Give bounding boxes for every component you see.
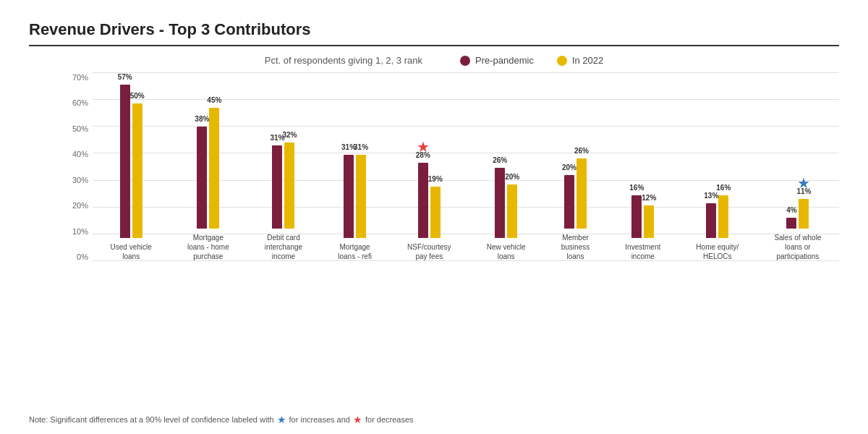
bar-pre: 26% [495, 168, 505, 238]
bar-label: Sales of wholeloans orparticipations [774, 233, 821, 261]
bar-2022: 50% [132, 103, 142, 238]
bar-pre: 31% [344, 155, 354, 238]
bar-label: NSF/courtesypay fees [407, 242, 451, 261]
bars-pair: 4%11%★ [786, 199, 809, 229]
bar-group: 20%26%Memberbusinessloans [561, 158, 590, 261]
bar-group: 57%50%Used vehicleloans [111, 85, 152, 261]
legend-pre-pandemic: Pre-pandemic [460, 55, 534, 66]
bar-label: Mortgageloans - refi [338, 242, 372, 261]
bar-2022-value: 32% [282, 131, 297, 139]
bar-2022-value: 45% [207, 96, 221, 104]
bar-group: 38%45%Mortgageloans - homepurchase [187, 108, 229, 261]
bars-pair: 26%20% [495, 168, 517, 238]
bar-label: Used vehicleloans [111, 242, 152, 261]
y-axis-label: 20% [65, 201, 93, 210]
bar-pre-value: 20% [562, 163, 576, 171]
note-star-decrease-icon: ★ [353, 414, 362, 425]
bar-2022: 32% [284, 142, 294, 229]
bar-pre: 38% [197, 127, 207, 229]
note-row: Note: Significant differences at a 90% l… [29, 414, 414, 425]
bar-label: Memberbusinessloans [561, 233, 590, 261]
note-text: Note: Significant differences at a 90% l… [29, 415, 274, 424]
bar-group: 13%16%Home equity/HELOCs [696, 195, 739, 261]
y-axis-label: 40% [65, 150, 93, 158]
bar-label: Investmentincome [625, 242, 660, 261]
bar-group: 31%32%Debit cardinterchangeincome [265, 142, 302, 261]
bar-2022-value: 20% [505, 173, 519, 181]
legend-row: Pct. of respondents giving 1, 2, 3 rank … [29, 55, 839, 66]
legend-2022-dot [557, 56, 567, 66]
bars-pair: 28%★19% [418, 163, 441, 238]
bars-pair: 16%12% [631, 195, 654, 238]
page-title: Revenue Drivers - Top 3 Contributors [29, 20, 839, 46]
legend-pre-dot [460, 56, 470, 66]
bars-pair: 13%16% [706, 195, 728, 238]
bar-group: 16%12%Investmentincome [625, 195, 660, 261]
bar-pre-value: 57% [118, 73, 132, 81]
legend-2022-label: In 2022 [572, 55, 603, 66]
bar-2022: 11%★ [799, 199, 809, 229]
note-star-increase-icon: ★ [277, 414, 286, 425]
bar-group: 26%20%New vehicleloans [487, 168, 526, 261]
y-axis: 0%10%20%30%40%50%60%70% [65, 73, 93, 261]
y-axis-label: 50% [65, 124, 93, 133]
bars-pair: 31%31% [344, 155, 366, 238]
bar-2022-value: 12% [642, 194, 656, 202]
bar-pre: 4% [786, 218, 796, 229]
note-decrease-text: for decreases [365, 415, 414, 424]
bar-2022: 20% [507, 184, 517, 238]
bar-pre-value: 16% [629, 184, 644, 192]
bar-pre-value: 26% [493, 156, 507, 164]
bar-group: 4%11%★Sales of wholeloans orparticipatio… [774, 199, 821, 261]
note-increase-text: for increases and [289, 415, 350, 424]
bar-label: Home equity/HELOCs [696, 242, 739, 261]
bar-label: Debit cardinterchangeincome [265, 233, 302, 261]
y-axis-label: 60% [65, 98, 93, 107]
bar-2022-value: 31% [354, 143, 368, 151]
bar-label: Mortgageloans - homepurchase [187, 233, 229, 261]
bars-container: 57%50%Used vehicleloans38%45%Mortgageloa… [93, 73, 839, 261]
bar-pre: 28%★ [418, 163, 428, 238]
bar-2022: 31% [356, 155, 366, 238]
y-axis-label: 70% [65, 73, 93, 82]
bars-pair: 31%32% [272, 142, 294, 229]
bar-pre-value: 38% [195, 115, 209, 123]
bar-pre: 57% [120, 85, 130, 238]
y-axis-label: 0% [65, 252, 93, 261]
bar-2022-value: 19% [428, 175, 443, 183]
decrease-star-icon: ★ [417, 138, 430, 156]
legend-pre-label: Pre-pandemic [475, 55, 534, 66]
y-axis-label: 30% [65, 176, 93, 184]
bar-2022: 12% [644, 205, 654, 238]
bar-2022: 16% [718, 195, 728, 238]
chart-area: 0%10%20%30%40%50%60%70% 57%50%Used vehic… [65, 73, 839, 305]
bar-2022-value: 50% [130, 92, 145, 100]
bar-2022-value: 16% [716, 184, 731, 192]
increase-star-icon: ★ [797, 174, 810, 192]
bars-pair: 38%45% [197, 108, 219, 229]
bar-2022: 45% [209, 108, 219, 229]
bars-pair: 57%50% [120, 85, 142, 238]
bar-2022: 26% [576, 158, 587, 229]
bar-label: New vehicleloans [487, 242, 526, 261]
bar-pre-value: 4% [786, 206, 796, 214]
bar-group: 31%31%Mortgageloans - refi [338, 155, 372, 261]
legend-pct-label: Pct. of respondents giving 1, 2, 3 rank [265, 55, 422, 66]
bar-pre-value: 13% [704, 192, 718, 200]
bar-pre: 16% [631, 195, 642, 238]
legend-2022: In 2022 [557, 55, 603, 66]
bars-pair: 20%26% [564, 158, 587, 229]
bar-2022: 19% [430, 187, 441, 238]
bar-pre: 13% [706, 203, 716, 238]
y-axis-label: 10% [65, 227, 93, 236]
bar-group: 28%★19%NSF/courtesypay fees [407, 163, 451, 261]
bar-pre: 31% [272, 145, 282, 229]
bar-pre: 20% [564, 175, 574, 229]
main-container: Revenue Drivers - Top 3 Contributors Pct… [0, 0, 868, 434]
bar-2022-value: 26% [574, 147, 589, 155]
